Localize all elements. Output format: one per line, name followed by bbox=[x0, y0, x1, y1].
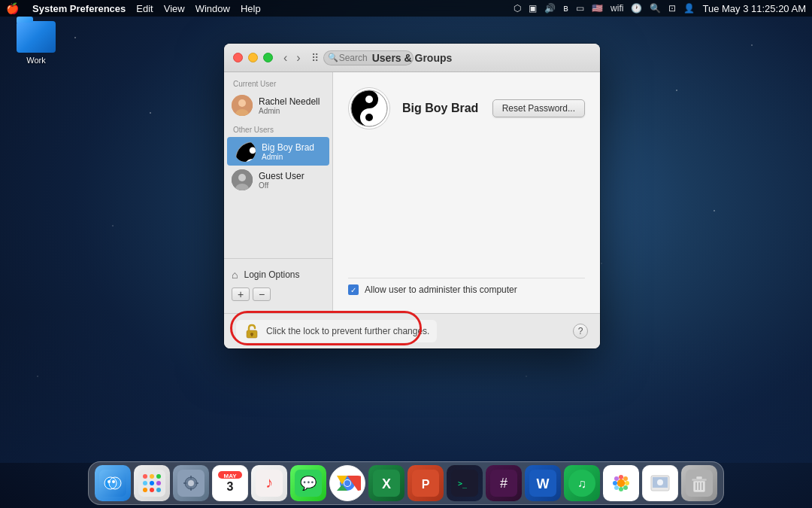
svg-text:♫: ♫ bbox=[577, 477, 586, 490]
edit-menu[interactable]: Edit bbox=[136, 3, 153, 14]
dock-item-excel[interactable]: X bbox=[368, 465, 404, 501]
dropbox-icon[interactable]: ⬡ bbox=[514, 3, 521, 14]
user-item-rachel[interactable]: Rachel Needell Admin bbox=[224, 91, 332, 120]
dock-item-chrome[interactable] bbox=[329, 465, 365, 501]
sidebar-actions: + − bbox=[224, 284, 332, 307]
svg-point-27 bbox=[156, 474, 161, 479]
avatar-rachel bbox=[232, 95, 253, 116]
view-menu[interactable]: View bbox=[164, 3, 185, 14]
dock-item-finder[interactable] bbox=[95, 465, 131, 501]
svg-text:P: P bbox=[422, 478, 430, 491]
svg-point-11 bbox=[365, 96, 373, 103]
maximize-button[interactable] bbox=[263, 53, 273, 62]
app-name[interactable]: System Preferences bbox=[32, 3, 126, 14]
user-info-brad: Big Boy Brad Admin bbox=[262, 142, 314, 161]
svg-point-23 bbox=[112, 480, 115, 483]
dock-item-messages[interactable]: 💬 bbox=[290, 465, 326, 501]
allow-admin-checkbox[interactable]: ✓ bbox=[348, 284, 359, 295]
wifi-icon[interactable]: wifi bbox=[611, 3, 623, 14]
reset-password-button[interactable]: Reset Password... bbox=[492, 99, 585, 117]
dock-item-preview[interactable] bbox=[642, 465, 678, 501]
svg-point-71 bbox=[619, 487, 623, 491]
window-menu[interactable]: Window bbox=[195, 3, 230, 14]
add-user-button[interactable]: + bbox=[232, 287, 250, 301]
lock-section[interactable]: Click the lock to prevent further change… bbox=[236, 320, 437, 342]
window-bottom: Click the lock to prevent further change… bbox=[224, 313, 600, 348]
svg-text:💬: 💬 bbox=[300, 475, 317, 491]
folder-label: Work bbox=[26, 56, 45, 65]
apple-menu[interactable]: 🍎 bbox=[6, 2, 19, 14]
svg-point-52 bbox=[344, 480, 350, 486]
svg-point-70 bbox=[623, 485, 628, 490]
cast-icon[interactable]: ⊡ bbox=[668, 3, 676, 14]
help-button[interactable]: ? bbox=[573, 324, 588, 339]
search-menu-icon[interactable]: 🔍 bbox=[650, 3, 661, 14]
help-menu[interactable]: Help bbox=[241, 3, 261, 14]
svg-point-32 bbox=[150, 488, 154, 492]
volume-icon[interactable]: 🔊 bbox=[544, 3, 556, 14]
svg-rect-83 bbox=[696, 476, 702, 479]
dock-item-launchpad[interactable] bbox=[134, 465, 170, 501]
lock-icon bbox=[244, 323, 260, 339]
svg-point-22 bbox=[108, 480, 111, 483]
svg-point-67 bbox=[619, 475, 623, 479]
svg-text:W: W bbox=[537, 476, 550, 491]
svg-point-69 bbox=[625, 481, 629, 485]
user-icon[interactable]: 👤 bbox=[683, 3, 695, 14]
svg-point-25 bbox=[143, 474, 147, 479]
user-info-rachel: Rachel Needell Admin bbox=[259, 96, 320, 115]
svg-rect-39 bbox=[183, 482, 186, 484]
user-name-brad: Big Boy Brad bbox=[262, 142, 314, 153]
dock-item-music[interactable]: ♪ bbox=[251, 465, 287, 501]
user-role-brad: Admin bbox=[262, 153, 314, 161]
svg-point-12 bbox=[365, 114, 373, 121]
close-button[interactable] bbox=[233, 53, 243, 62]
window-content: Current User Rachel Needell Admin bbox=[224, 72, 600, 313]
dock-item-trash[interactable] bbox=[681, 465, 717, 501]
svg-rect-40 bbox=[195, 482, 198, 484]
user-name-rachel: Rachel Needell bbox=[259, 96, 320, 107]
dock-item-slack[interactable]: # bbox=[486, 465, 522, 501]
user-item-brad[interactable]: Big Boy Brad Admin bbox=[227, 137, 329, 166]
users-sidebar: Current User Rachel Needell Admin bbox=[224, 72, 333, 313]
user-item-guest[interactable]: Guest User Off bbox=[224, 166, 332, 194]
dock-item-system-preferences[interactable] bbox=[173, 465, 209, 501]
folder-icon bbox=[17, 21, 56, 53]
svg-rect-16 bbox=[251, 334, 253, 336]
dock-item-spotify[interactable]: ♫ bbox=[564, 465, 600, 501]
main-panel: Big Boy Brad Reset Password... ✓ Allow u… bbox=[333, 72, 600, 313]
dock-item-powerpoint[interactable]: P bbox=[408, 465, 444, 501]
dock-item-iterm[interactable]: >_ bbox=[447, 465, 483, 501]
avatar-brad bbox=[235, 141, 256, 162]
svg-rect-38 bbox=[190, 488, 192, 491]
lock-text: Click the lock to prevent further change… bbox=[266, 326, 429, 336]
datetime: Tue May 3 11:25:20 AM bbox=[702, 3, 806, 14]
work-folder[interactable]: Work bbox=[10, 21, 62, 65]
allow-admin-row: ✓ Allow user to administer this computer bbox=[348, 278, 585, 301]
login-options-item[interactable]: ⌂ Login Options bbox=[224, 265, 332, 284]
script-icon[interactable]: ▣ bbox=[529, 3, 537, 14]
clock-icon[interactable]: 🕐 bbox=[631, 3, 642, 14]
avatar-guest bbox=[232, 169, 253, 190]
back-button[interactable]: ‹ bbox=[280, 50, 290, 66]
flag-icon[interactable]: 🇺🇸 bbox=[592, 3, 603, 14]
desktop: 🍎 System Preferences Edit View Window He… bbox=[0, 0, 812, 508]
svg-point-26 bbox=[150, 474, 154, 479]
dock-item-word[interactable]: W bbox=[525, 465, 561, 501]
grid-button[interactable]: ⠿ bbox=[307, 50, 323, 66]
svg-text:#: # bbox=[500, 476, 508, 491]
svg-point-68 bbox=[623, 476, 628, 481]
dock-item-photos[interactable] bbox=[603, 465, 639, 501]
svg-point-73 bbox=[613, 481, 617, 485]
minimize-button[interactable] bbox=[248, 53, 258, 62]
svg-point-74 bbox=[614, 476, 619, 481]
dock: MAY 3 ♪ 💬 bbox=[88, 461, 724, 505]
svg-point-31 bbox=[143, 488, 147, 492]
dock-item-calendar[interactable]: MAY 3 bbox=[212, 465, 248, 501]
forward-button[interactable]: › bbox=[293, 50, 303, 66]
battery-icon[interactable]: ▭ bbox=[576, 3, 584, 14]
bluetooth-icon[interactable]: ʙ bbox=[563, 3, 568, 14]
svg-point-75 bbox=[617, 479, 625, 487]
remove-user-button[interactable]: − bbox=[253, 287, 271, 301]
other-users-label: Other Users bbox=[224, 120, 332, 137]
